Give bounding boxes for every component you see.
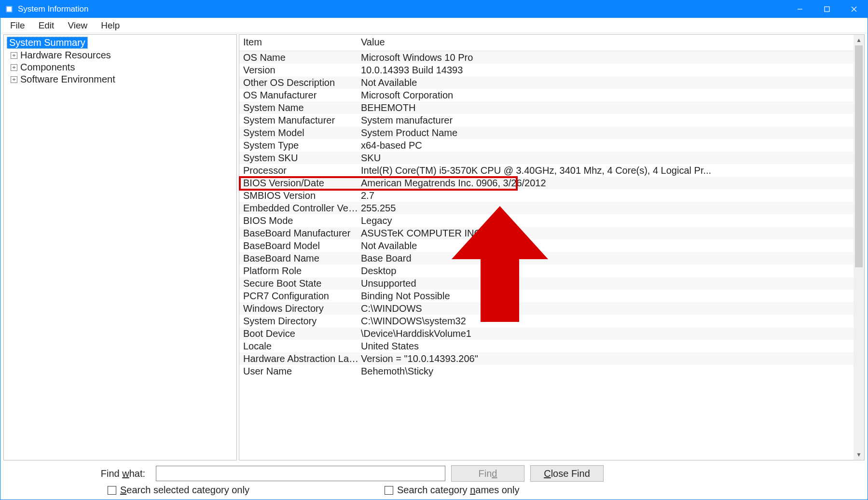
cell-value: Not Available bbox=[361, 239, 850, 252]
table-row[interactable]: BaseBoard ManufacturerASUSTeK COMPUTER I… bbox=[239, 227, 854, 239]
scroll-track[interactable] bbox=[854, 45, 864, 449]
table-row[interactable]: System DirectoryC:\WINDOWS\system32 bbox=[239, 315, 854, 327]
table-row[interactable]: Version10.0.14393 Build 14393 bbox=[239, 64, 854, 76]
menu-edit[interactable]: Edit bbox=[32, 19, 61, 32]
checkbox-icon bbox=[108, 486, 116, 495]
system-information-window: System Information File Edit View Help S… bbox=[0, 0, 868, 500]
table-row[interactable]: Boot Device\Device\HarddiskVolume1 bbox=[239, 327, 854, 340]
cell-value: American Megatrends Inc. 0906, 3/26/2012 bbox=[361, 177, 850, 189]
table-row[interactable]: System ManufacturerSystem manufacturer bbox=[239, 114, 854, 126]
cell-value: Version = "10.0.14393.206" bbox=[361, 352, 850, 365]
cell-item: OS Manufacturer bbox=[243, 89, 361, 101]
tree-item-label: Hardware Resources bbox=[20, 50, 111, 61]
table-row[interactable]: User NameBehemoth\Sticky bbox=[239, 365, 854, 377]
cell-item: System Type bbox=[243, 139, 361, 152]
detail-header[interactable]: Item Value bbox=[239, 35, 854, 51]
maximize-button[interactable] bbox=[813, 0, 840, 18]
cell-value: System Product Name bbox=[361, 126, 850, 139]
cell-value: x64-based PC bbox=[361, 139, 850, 152]
table-row[interactable]: OS ManufacturerMicrosoft Corporation bbox=[239, 89, 854, 101]
table-row[interactable]: System Typex64-based PC bbox=[239, 139, 854, 152]
menu-help[interactable]: Help bbox=[94, 19, 126, 32]
table-row[interactable]: OS NameMicrosoft Windows 10 Pro bbox=[239, 51, 854, 64]
table-row[interactable]: Other OS DescriptionNot Available bbox=[239, 76, 854, 89]
cell-item: System Name bbox=[243, 101, 361, 114]
find-button[interactable]: Find bbox=[451, 465, 524, 482]
cell-item: Hardware Abstraction Layer bbox=[243, 352, 361, 365]
cell-item: BaseBoard Manufacturer bbox=[243, 227, 361, 239]
expand-icon[interactable]: + bbox=[11, 64, 17, 71]
search-selected-category-checkbox[interactable]: Search selected category only bbox=[108, 485, 249, 496]
column-header-value[interactable]: Value bbox=[361, 37, 850, 48]
menu-view[interactable]: View bbox=[61, 19, 94, 32]
close-button[interactable] bbox=[840, 0, 868, 18]
table-row[interactable]: BaseBoard ModelNot Available bbox=[239, 239, 854, 252]
table-row[interactable]: Hardware Abstraction LayerVersion = "10.… bbox=[239, 352, 854, 365]
checkbox-icon bbox=[385, 486, 393, 495]
detail-list[interactable]: Item Value OS NameMicrosoft Windows 10 P… bbox=[239, 35, 854, 460]
cell-item: PCR7 Configuration bbox=[243, 290, 361, 302]
cell-item: OS Name bbox=[243, 51, 361, 64]
titlebar[interactable]: System Information bbox=[0, 0, 868, 18]
search-category-names-checkbox[interactable]: Search category names only bbox=[385, 485, 519, 496]
cell-value: United States bbox=[361, 340, 850, 352]
table-row[interactable]: System ModelSystem Product Name bbox=[239, 126, 854, 139]
cell-value: Microsoft Corporation bbox=[361, 89, 850, 101]
tree-item-components[interactable]: + Components bbox=[7, 62, 234, 73]
tree-pane[interactable]: System Summary + Hardware Resources + Co… bbox=[3, 34, 237, 460]
scroll-up-icon[interactable]: ▲ bbox=[854, 35, 864, 45]
column-header-item[interactable]: Item bbox=[243, 37, 361, 48]
detail-pane: Item Value OS NameMicrosoft Windows 10 P… bbox=[239, 34, 865, 460]
expand-icon[interactable]: + bbox=[11, 52, 17, 59]
scroll-thumb[interactable] bbox=[855, 45, 863, 267]
table-row[interactable]: BIOS ModeLegacy bbox=[239, 214, 854, 227]
table-row[interactable]: PCR7 ConfigurationBinding Not Possible bbox=[239, 290, 854, 302]
cell-item: Locale bbox=[243, 340, 361, 352]
svg-rect-3 bbox=[825, 7, 829, 12]
tree-item-label: Components bbox=[20, 62, 75, 73]
cell-item: BaseBoard Model bbox=[243, 239, 361, 252]
cell-value: Behemoth\Sticky bbox=[361, 365, 850, 377]
cell-value: SKU bbox=[361, 152, 850, 164]
window-controls bbox=[786, 0, 868, 18]
cell-value: System manufacturer bbox=[361, 114, 850, 126]
cell-value: Intel(R) Core(TM) i5-3570K CPU @ 3.40GHz… bbox=[361, 164, 850, 177]
cell-item: System SKU bbox=[243, 152, 361, 164]
cell-value: Legacy bbox=[361, 214, 850, 227]
tree-item-system-summary[interactable]: System Summary bbox=[7, 37, 88, 49]
cell-value: C:\WINDOWS\system32 bbox=[361, 315, 850, 327]
table-row[interactable]: System NameBEHEMOTH bbox=[239, 101, 854, 114]
cell-item: Processor bbox=[243, 164, 361, 177]
table-row[interactable]: BaseBoard NameBase Board bbox=[239, 252, 854, 264]
scroll-down-icon[interactable]: ▼ bbox=[854, 449, 864, 460]
cell-value: 2.7 bbox=[361, 189, 850, 202]
table-row[interactable]: Platform RoleDesktop bbox=[239, 264, 854, 277]
close-find-button[interactable]: Close Find bbox=[530, 465, 604, 482]
expand-icon[interactable]: + bbox=[11, 76, 17, 83]
cell-item: Secure Boot State bbox=[243, 277, 361, 290]
cell-value: Microsoft Windows 10 Pro bbox=[361, 51, 850, 64]
minimize-button[interactable] bbox=[786, 0, 813, 18]
cell-item: User Name bbox=[243, 365, 361, 377]
table-row[interactable]: LocaleUnited States bbox=[239, 340, 854, 352]
find-what-input[interactable] bbox=[156, 466, 445, 481]
cell-item: System Manufacturer bbox=[243, 114, 361, 126]
table-row[interactable]: BIOS Version/DateAmerican Megatrends Inc… bbox=[239, 177, 854, 189]
cell-value: \Device\HarddiskVolume1 bbox=[361, 327, 850, 340]
cell-value: Base Board bbox=[361, 252, 850, 264]
table-row[interactable]: Secure Boot StateUnsupported bbox=[239, 277, 854, 290]
tree-item-hardware-resources[interactable]: + Hardware Resources bbox=[7, 50, 234, 61]
cell-value: Binding Not Possible bbox=[361, 290, 850, 302]
cell-item: System Directory bbox=[243, 315, 361, 327]
app-icon bbox=[4, 4, 14, 14]
table-row[interactable]: ProcessorIntel(R) Core(TM) i5-3570K CPU … bbox=[239, 164, 854, 177]
table-row[interactable]: Embedded Controller Version255.255 bbox=[239, 202, 854, 214]
vertical-scrollbar[interactable]: ▲ ▼ bbox=[854, 35, 864, 460]
table-row[interactable]: System SKUSKU bbox=[239, 152, 854, 164]
tree-item-software-environment[interactable]: + Software Environment bbox=[7, 74, 234, 85]
cell-value: Not Available bbox=[361, 76, 850, 89]
table-row[interactable]: Windows DirectoryC:\WINDOWS bbox=[239, 302, 854, 315]
menu-file[interactable]: File bbox=[3, 19, 32, 32]
table-row[interactable]: SMBIOS Version2.7 bbox=[239, 189, 854, 202]
cell-value: 255.255 bbox=[361, 202, 850, 214]
